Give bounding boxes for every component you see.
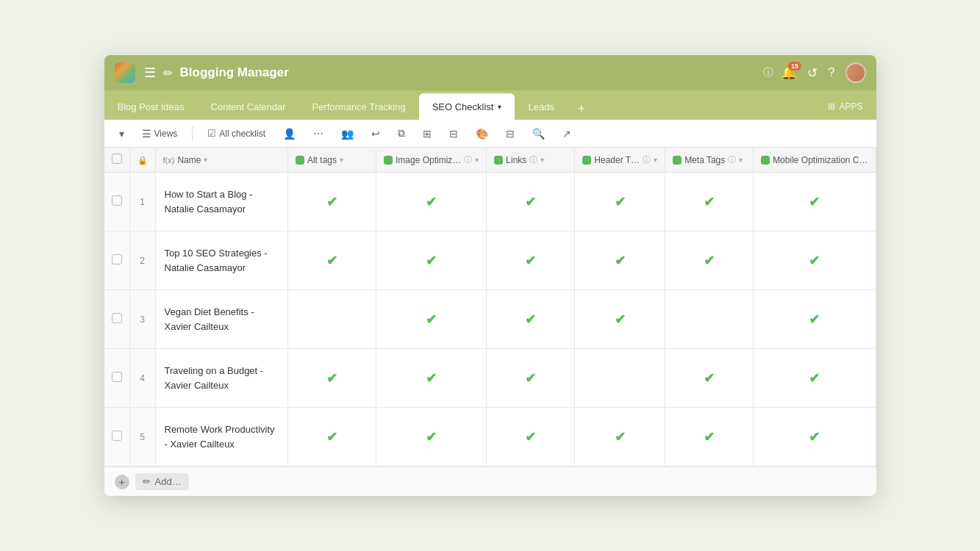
row-name[interactable]: Traveling on a Budget - Xavier Cailteux xyxy=(155,349,287,408)
alt-tags-col-arrow[interactable]: ▾ xyxy=(340,156,343,164)
cell-meta-tags[interactable]: ✔ xyxy=(665,349,754,408)
check-mark: ✔ xyxy=(809,253,820,268)
row-name[interactable]: How to Start a Blog - Natalie Casamayor xyxy=(155,173,287,231)
row-name[interactable]: Remote Work Productivity - Xavier Cailte… xyxy=(155,408,287,467)
views-button[interactable]: ☰ Views xyxy=(136,125,184,143)
row-name[interactable]: Top 10 SEO Strategies - Natalie Casamayo… xyxy=(155,231,287,290)
row-name[interactable]: Vegan Diet Benefits - Xavier Cailteux xyxy=(155,290,287,349)
name-col-arrow[interactable]: ▾ xyxy=(204,156,207,164)
add-row-plus-button[interactable]: + xyxy=(115,475,129,489)
header-t-col-arrow[interactable]: ▾ xyxy=(654,156,657,164)
tab-content-calendar[interactable]: Content Calendar xyxy=(198,93,299,120)
th-links: Links ⓘ ▾ xyxy=(487,148,575,173)
row-checkbox[interactable] xyxy=(112,254,122,264)
cell-mobile-optim[interactable]: ✔ xyxy=(754,290,876,349)
cell-image-optim[interactable]: ✔ xyxy=(376,173,486,231)
menu-icon[interactable]: ☰ xyxy=(144,65,156,81)
header-checkbox[interactable] xyxy=(112,154,122,164)
meta-tags-info[interactable]: ⓘ xyxy=(728,154,736,165)
search-button[interactable]: 🔍 xyxy=(526,125,551,143)
search-icon: 🔍 xyxy=(532,128,545,140)
history-button[interactable]: ↺ xyxy=(807,65,818,81)
cell-links[interactable]: ✔ xyxy=(487,231,575,290)
tab-dropdown-icon[interactable]: ▾ xyxy=(498,103,501,111)
cell-mobile-optim[interactable]: ✔ xyxy=(754,173,876,231)
apps-button[interactable]: ⊞ APPS xyxy=(820,93,870,120)
cell-header-t[interactable] xyxy=(575,349,665,408)
table-row: 1How to Start a Blog - Natalie Casamayor… xyxy=(104,173,876,231)
check-mark: ✔ xyxy=(525,430,536,444)
tab-blog-post-ideas[interactable]: Blog Post Ideas xyxy=(104,93,198,120)
cell-alt-tags[interactable] xyxy=(287,290,376,349)
add-tab-button[interactable]: + xyxy=(571,98,593,120)
count-button[interactable]: 👤 xyxy=(277,125,301,143)
cell-meta-tags[interactable]: ✔ xyxy=(665,231,754,290)
row-checkbox[interactable] xyxy=(112,372,122,382)
th-name: f(x) Name ▾ xyxy=(155,148,287,173)
edit-icon[interactable]: ✏ xyxy=(163,66,173,80)
links-col-arrow[interactable]: ▾ xyxy=(540,156,544,164)
cell-image-optim[interactable]: ✔ xyxy=(376,408,486,467)
filter-button[interactable]: ⊟ xyxy=(443,125,464,143)
undo-button[interactable]: ↩ xyxy=(365,125,386,143)
meta-tags-col-arrow[interactable]: ▾ xyxy=(739,156,743,164)
tab-performance-tracking[interactable]: Performance Tracking xyxy=(298,93,418,120)
cell-meta-tags[interactable] xyxy=(665,290,754,349)
image-optim-col-arrow[interactable]: ▾ xyxy=(475,156,479,164)
notif-badge: 15 xyxy=(788,62,801,71)
cell-alt-tags[interactable]: ✔ xyxy=(287,173,376,231)
layout-button[interactable]: ⊞ xyxy=(417,125,437,143)
cell-links[interactable]: ✔ xyxy=(487,290,575,349)
cell-image-optim[interactable]: ✔ xyxy=(376,231,486,290)
customize-button[interactable]: ⧉ xyxy=(392,124,411,143)
color-button[interactable]: 🎨 xyxy=(470,125,494,143)
user-avatar[interactable] xyxy=(845,62,866,83)
cell-alt-tags[interactable]: ✔ xyxy=(287,408,376,467)
checklist-view-button[interactable]: ☑ All checklist xyxy=(201,125,271,142)
people-button[interactable]: 👥 xyxy=(335,125,360,143)
cell-links[interactable]: ✔ xyxy=(487,349,575,408)
count-icon: 👤 xyxy=(283,128,296,140)
cell-image-optim[interactable]: ✔ xyxy=(376,290,486,349)
cell-mobile-optim[interactable]: ✔ xyxy=(754,349,876,408)
tab-leads[interactable]: Leads xyxy=(515,93,567,120)
th-image-optim: Image Optimiz… ⓘ ▾ xyxy=(376,148,486,173)
header-t-info[interactable]: ⓘ xyxy=(643,154,651,165)
row-checkbox[interactable] xyxy=(112,313,122,323)
tab-seo-checklist[interactable]: SEO Checklist ▾ xyxy=(419,93,515,120)
help-button[interactable]: ? xyxy=(828,65,834,80)
notifications-button[interactable]: 🔔 15 xyxy=(781,65,797,81)
layout-icon: ⊞ xyxy=(423,128,432,140)
row-height-button[interactable]: ⊟ xyxy=(500,125,521,143)
cell-image-optim[interactable]: ✔ xyxy=(376,349,486,408)
cell-meta-tags[interactable]: ✔ xyxy=(665,408,754,467)
share-button[interactable]: ↗ xyxy=(557,125,577,143)
cell-header-t[interactable]: ✔ xyxy=(575,290,665,349)
image-optim-info[interactable]: ⓘ xyxy=(464,154,472,165)
add-row-button[interactable]: ✏ Add… xyxy=(135,473,189,490)
cell-header-t[interactable]: ✔ xyxy=(575,173,665,231)
chevron-up-icon: ▾ xyxy=(119,128,124,140)
app-logo xyxy=(115,62,135,83)
cell-header-t[interactable]: ✔ xyxy=(575,231,665,290)
cell-links[interactable]: ✔ xyxy=(487,173,575,231)
header-actions: 🔔 15 ↺ ? xyxy=(781,62,865,83)
row-checkbox[interactable] xyxy=(112,431,122,441)
cell-mobile-optim[interactable]: ✔ xyxy=(754,408,876,467)
th-header-t: Header T… ⓘ ▾ xyxy=(575,148,665,173)
people-icon: 👥 xyxy=(341,128,354,140)
links-info[interactable]: ⓘ xyxy=(529,154,537,165)
info-icon[interactable]: ⓘ xyxy=(763,66,773,79)
row-checkbox[interactable] xyxy=(112,195,122,206)
cell-alt-tags[interactable]: ✔ xyxy=(287,231,376,290)
cell-meta-tags[interactable]: ✔ xyxy=(665,173,754,231)
cell-alt-tags[interactable]: ✔ xyxy=(287,349,376,408)
check-mark: ✔ xyxy=(525,195,536,209)
cell-header-t[interactable]: ✔ xyxy=(575,408,665,467)
cell-mobile-optim[interactable]: ✔ xyxy=(754,231,876,290)
more-button[interactable]: ⋯ xyxy=(307,125,329,143)
color-icon: 🎨 xyxy=(476,128,488,140)
collapse-button[interactable]: ▾ xyxy=(113,125,130,143)
check-mark: ✔ xyxy=(704,430,715,444)
cell-links[interactable]: ✔ xyxy=(487,408,575,467)
